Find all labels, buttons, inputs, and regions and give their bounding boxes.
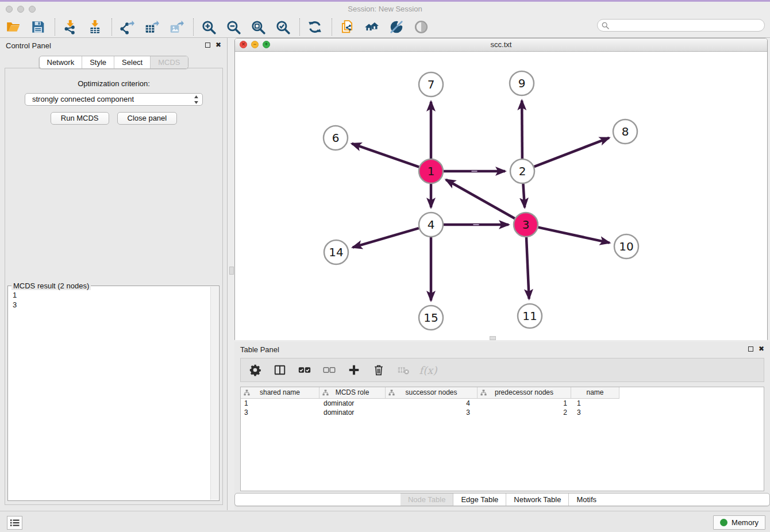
- table-cell[interactable]: 1: [478, 399, 571, 408]
- network-canvas[interactable]: 7968124314101511: [235, 52, 767, 340]
- edge-3-11[interactable]: [526, 237, 529, 299]
- close-table-panel-icon[interactable]: ✖: [759, 346, 764, 352]
- close-window-button[interactable]: [6, 6, 13, 13]
- main-titlebar: Session: New Session: [0, 2, 770, 16]
- table-row[interactable]: 1dominator411: [241, 399, 619, 408]
- search-field[interactable]: [597, 19, 765, 32]
- panel-splitter-knob[interactable]: [229, 267, 234, 275]
- zoom-selected-icon[interactable]: [275, 19, 290, 34]
- table-cell[interactable]: dominator: [319, 399, 386, 408]
- maximize-network-button[interactable]: +: [263, 41, 270, 48]
- column-tree-icon: [480, 390, 487, 398]
- criterion-dropdown[interactable]: strongly connected component: [25, 93, 203, 106]
- table-cell[interactable]: 2: [478, 408, 571, 417]
- edge-3-10[interactable]: [538, 228, 609, 243]
- network-graph[interactable]: 7968124314101511: [235, 52, 767, 340]
- edge-1-6[interactable]: [352, 144, 419, 167]
- gear-icon[interactable]: [248, 363, 262, 377]
- task-history-button[interactable]: [7, 516, 22, 530]
- table-cell[interactable]: 3: [571, 408, 619, 417]
- zoom-in-icon[interactable]: [201, 19, 216, 34]
- node-label-15: 15: [424, 311, 438, 325]
- minimize-network-button[interactable]: −: [251, 41, 259, 48]
- node-label-6: 6: [332, 131, 340, 145]
- export-network-icon[interactable]: [119, 19, 134, 34]
- tab-node-table[interactable]: Node Table: [401, 494, 454, 506]
- table-cell[interactable]: 1: [241, 399, 319, 408]
- table-cell[interactable]: 3: [386, 408, 478, 417]
- node-table[interactable]: shared nameMCDS rolesuccessor nodesprede…: [240, 387, 764, 491]
- column-tree-icon: [388, 390, 395, 398]
- tab-motifs[interactable]: Motifs: [569, 494, 604, 506]
- table-cell[interactable]: 1: [571, 399, 619, 408]
- result-scrollbar[interactable]: [210, 287, 218, 500]
- edge-2-9[interactable]: [522, 101, 522, 159]
- edge-4-14[interactable]: [353, 228, 419, 247]
- table-cell[interactable]: 4: [386, 399, 478, 408]
- float-panel-icon[interactable]: [205, 43, 210, 48]
- table-panel: Table Panel ✖ f(x) shared nameMCDS roles…: [234, 342, 770, 510]
- search-input[interactable]: [611, 21, 764, 30]
- network-window-titlebar[interactable]: ✕ − + scc.txt: [235, 38, 767, 52]
- tab-network[interactable]: Network: [39, 56, 82, 68]
- delete-column-icon[interactable]: [372, 363, 386, 377]
- control-panel-tabs: NetworkStyleSelectMCDS: [38, 56, 188, 69]
- copy-network-icon[interactable]: [339, 19, 355, 34]
- import-network-icon[interactable]: [62, 19, 78, 34]
- memory-label: Memory: [732, 518, 759, 527]
- close-panel-icon[interactable]: ✖: [215, 42, 221, 48]
- deselect-all-icon[interactable]: [322, 363, 336, 377]
- column-header-mcds-role[interactable]: MCDS role: [319, 387, 386, 398]
- export-image-icon[interactable]: [168, 19, 184, 34]
- memory-status-dot: [720, 519, 727, 526]
- column-header-shared-name[interactable]: shared name: [241, 387, 319, 398]
- table-row[interactable]: 3dominator323: [241, 408, 619, 417]
- table-cell[interactable]: 3: [241, 408, 319, 417]
- columns-icon[interactable]: [273, 363, 287, 377]
- add-column-icon[interactable]: [347, 363, 361, 377]
- refresh-layout-icon[interactable]: [307, 19, 322, 34]
- edge-2-8[interactable]: [534, 138, 609, 167]
- tab-style[interactable]: Style: [82, 56, 114, 68]
- edge-2-3[interactable]: [523, 184, 525, 207]
- search-icon: [602, 22, 609, 29]
- tab-mcds[interactable]: MCDS: [151, 56, 187, 68]
- column-header-predecessor-nodes[interactable]: predecessor nodes: [478, 387, 571, 398]
- home-icon[interactable]: [364, 19, 379, 34]
- style-details-icon[interactable]: [388, 19, 404, 34]
- zoom-out-icon[interactable]: [225, 19, 241, 34]
- tab-edge-table[interactable]: Edge Table: [453, 494, 506, 506]
- network-window-controls: ✕ − +: [240, 41, 270, 48]
- table-cell[interactable]: dominator: [319, 408, 386, 417]
- window-title: Session: New Session: [0, 2, 770, 16]
- zoom-fit-icon[interactable]: [250, 19, 265, 34]
- memory-button[interactable]: Memory: [713, 515, 765, 530]
- tab-select[interactable]: Select: [114, 56, 151, 68]
- select-all-icon[interactable]: [298, 363, 311, 377]
- table-body: 1dominator4113dominator323: [241, 399, 764, 417]
- run-mcds-button[interactable]: Run MCDS: [51, 112, 109, 125]
- network-view-window: ✕ − + scc.txt 7968124314101511: [234, 38, 768, 340]
- save-session-icon[interactable]: [30, 19, 45, 34]
- application-window: Session: New Session Control Panel ✖ Net…: [0, 0, 770, 532]
- zoom-window-button[interactable]: [29, 6, 36, 13]
- import-table-icon[interactable]: [87, 19, 102, 34]
- status-bar: Memory: [0, 511, 770, 532]
- node-label-10: 10: [619, 240, 633, 253]
- close-network-button[interactable]: ✕: [240, 41, 247, 48]
- column-header-successor-nodes[interactable]: successor nodes: [386, 387, 478, 398]
- minimize-window-button[interactable]: [17, 6, 24, 13]
- float-table-panel-icon[interactable]: [748, 346, 753, 352]
- toolbar-separator: [193, 18, 194, 36]
- column-header-name[interactable]: name: [571, 387, 619, 398]
- mcds-result-text[interactable]: 13: [9, 288, 210, 500]
- open-file-icon[interactable]: [5, 19, 21, 34]
- control-panel-title: Control Panel: [6, 41, 51, 50]
- control-panel-header: Control Panel ✖: [0, 38, 227, 53]
- canvas-resize-knob[interactable]: [490, 336, 496, 340]
- export-table-icon[interactable]: [144, 19, 159, 34]
- edge-3-1[interactable]: [446, 180, 515, 218]
- tab-network-table[interactable]: Network Table: [506, 494, 569, 506]
- close-panel-button[interactable]: Close panel: [117, 112, 178, 125]
- birds-eye-icon[interactable]: [413, 19, 429, 34]
